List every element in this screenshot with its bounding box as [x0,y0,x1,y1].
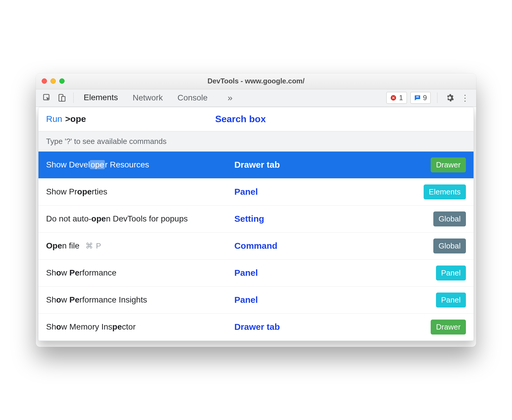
device-toolbar-icon[interactable] [56,92,68,104]
issues-badge[interactable]: 9 [410,92,431,104]
list-item[interactable]: Open file ⌘ P Command Global [38,233,474,260]
list-item[interactable]: Show Performance Insights Panel Panel [38,287,474,314]
item-label: Show Performance Insights [46,295,231,305]
item-annotation: Drawer tab [234,322,385,332]
item-label: Show Performance [46,268,231,278]
tab-network[interactable]: Network [133,93,163,103]
minimize-icon[interactable] [50,78,56,84]
item-annotation: Panel [234,268,385,278]
more-tabs-icon[interactable]: » [228,93,233,103]
item-annotation: Command [234,241,385,251]
command-hint: Type '?' to see available commands [38,132,474,152]
devtools-toolbar: Elements Network Console » 1 9 ⋮ [36,89,476,107]
item-label: Show Developer Resources [46,160,231,169]
item-label: Do not auto-open DevTools for popups [46,214,231,224]
window-title: DevTools - www.google.com/ [36,77,476,85]
kebab-icon[interactable]: ⋮ [459,92,471,104]
maximize-icon[interactable] [59,78,65,84]
list-item[interactable]: Show Developer Resources Drawer tab Draw… [38,152,474,179]
close-icon[interactable] [42,78,47,84]
item-tag: Global [433,211,466,226]
list-item[interactable]: Show Memory Inspector Drawer tab Drawer [38,314,474,341]
command-menu: Run >ope Search box Type '?' to see avai… [38,107,474,341]
command-search-row[interactable]: Run >ope Search box [38,107,474,132]
item-tag: Panel [436,266,466,280]
run-label: Run [46,114,62,124]
svg-rect-2 [62,96,65,101]
item-tag: Drawer [431,320,466,335]
item-label: Show Properties [46,187,231,196]
separator [73,93,74,103]
shortcut: ⌘ P [85,241,101,251]
devtools-window: DevTools - www.google.com/ Elements Netw… [36,73,476,347]
item-label: Show Memory Inspector [46,322,231,332]
errors-count: 1 [399,94,403,102]
traffic-lights [42,78,65,84]
toolbar-right: 1 9 ⋮ [386,92,471,104]
separator [437,93,437,103]
list-item[interactable]: Show Properties Panel Elements [38,179,474,206]
cmd-key-icon: ⌘ [85,241,93,251]
item-tag: Global [433,238,466,253]
item-annotation: Drawer tab [234,160,385,170]
item-annotation: Panel [234,187,385,197]
item-label: Open file ⌘ P [46,241,231,251]
search-box-annotation: Search box [215,114,266,125]
tab-console[interactable]: Console [177,93,208,103]
item-tag: Drawer [431,157,466,172]
command-list: Show Developer Resources Drawer tab Draw… [38,152,474,341]
inspect-element-icon[interactable] [41,92,53,104]
item-tag: Panel [436,293,466,308]
gear-icon[interactable] [444,92,456,104]
list-item[interactable]: Show Performance Panel Panel [38,260,474,287]
errors-badge[interactable]: 1 [386,92,407,104]
item-annotation: Panel [234,295,385,305]
command-input[interactable]: >ope [65,114,86,124]
svg-rect-0 [43,94,49,100]
titlebar: DevTools - www.google.com/ [36,73,476,89]
panel-tabs: Elements Network Console » [84,93,233,103]
item-annotation: Setting [234,214,385,224]
tab-elements[interactable]: Elements [84,93,118,103]
list-item[interactable]: Do not auto-open DevTools for popups Set… [38,206,474,233]
item-tag: Elements [424,184,466,199]
issues-count: 9 [423,94,427,102]
